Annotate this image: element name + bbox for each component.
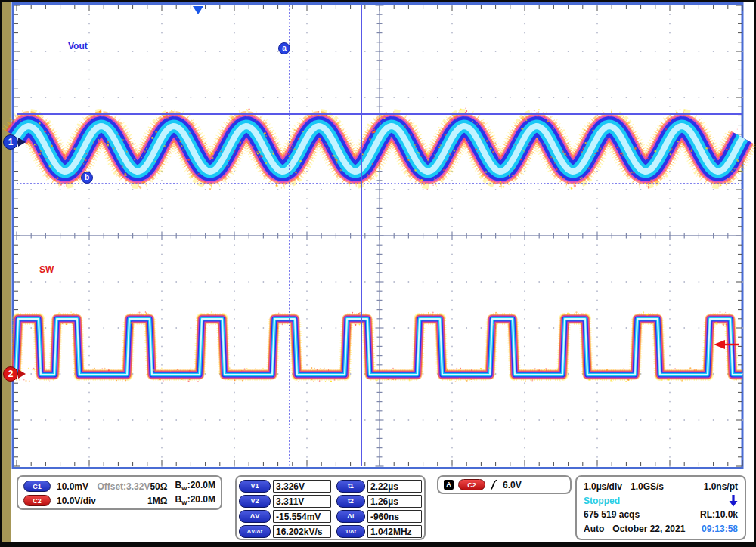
channel-settings-box[interactable]: C1 10.0mV Offset:3.32V 50Ω BW:20.0M C2 1…: [17, 475, 222, 510]
cursor-a-handle[interactable]: a: [278, 42, 290, 54]
measure-row-dv-dt: ΔV -15.554mV Δt -960ns: [239, 509, 422, 523]
resolution-value: 1.0ns/pt: [704, 481, 738, 492]
ch2-bandwidth: BW:20.0M: [175, 494, 215, 506]
ch1-settings-row[interactable]: C1 10.0mV Offset:3.32V 50Ω BW:20.0M: [23, 479, 215, 493]
ch1-marker-arrow-icon: [18, 138, 26, 147]
dv-badge: ΔV: [239, 510, 271, 523]
rising-edge-icon: [490, 479, 498, 490]
acquisition-status: Stopped: [584, 496, 620, 506]
ch1-scale: 10.0mV: [57, 481, 97, 492]
v1-value: 3.326V: [273, 480, 331, 493]
ch1-badge[interactable]: C1: [23, 481, 51, 492]
dv-value: -15.554mV: [273, 510, 331, 523]
scroll-down-arrow-icon[interactable]: [729, 495, 738, 507]
ch1-marker-bubble[interactable]: 1: [3, 134, 18, 150]
trigger-level-arrow-icon[interactable]: [714, 340, 725, 349]
trigger-level-value: 6.0V: [503, 480, 522, 490]
trigger-a-badge: A: [444, 480, 454, 490]
trigger-mode: Auto: [584, 524, 604, 534]
v2-value: 3.311V: [273, 495, 331, 508]
ch1-termination: 50Ω: [150, 481, 167, 492]
trigger-position-marker-icon[interactable]: [193, 6, 203, 14]
inv-dt-badge: 1/Δt: [336, 525, 365, 538]
time-value: 09:13:58: [702, 524, 738, 534]
ch2-badge[interactable]: C2: [23, 495, 51, 506]
status-row: Stopped: [584, 494, 738, 508]
ch1-offset: Offset:3.32V: [97, 481, 150, 492]
ch2-marker-bubble[interactable]: 2: [3, 366, 18, 382]
t1-value: 2.22µs: [367, 480, 422, 493]
graticule-display: [0, 0, 756, 547]
cursor-readout-box[interactable]: V1 3.326V t1 2.22µs V2 3.311V t2 1.26µs …: [235, 475, 426, 540]
sample-rate-value: 1.0GS/s: [631, 481, 664, 492]
ch2-settings-row[interactable]: C2 10.0V/div 1MΩ BW:20.0M: [23, 493, 215, 508]
dt-value: -960ns: [367, 510, 422, 523]
ch2-scale: 10.0V/div: [57, 496, 147, 506]
trigger-settings-box[interactable]: A C2 6.0V: [437, 475, 572, 494]
ch2-position-marker[interactable]: 2: [3, 366, 33, 382]
v1-badge: V1: [239, 480, 271, 493]
ch1-label: Vout: [68, 41, 88, 51]
timebase-value: 1.0µs/div: [584, 481, 622, 492]
inv-dt-value: 1.042MHz: [367, 525, 422, 538]
timebase-row: 1.0µs/div 1.0GS/s 1.0ns/pt: [584, 480, 738, 493]
oscilloscope-screen: { "labels": { "ch1": "Vout", "ch2": "SW"…: [0, 0, 756, 547]
measure-row-v1-t1: V1 3.326V t1 2.22µs: [239, 479, 422, 493]
t2-badge: t2: [336, 495, 365, 508]
dt-badge: Δt: [336, 510, 365, 523]
v2-badge: V2: [239, 495, 271, 508]
datetime-row: Auto October 22, 2021 09:13:58: [584, 522, 738, 536]
t2-value: 1.26µs: [367, 495, 422, 508]
cursor-b-handle[interactable]: b: [81, 172, 93, 184]
record-length: RL:10.0k: [700, 509, 738, 520]
dvdt-value: 16.202kV/s: [273, 525, 331, 538]
graticule-grid: [13, 4, 743, 468]
horizontal-acquisition-box[interactable]: 1.0µs/div 1.0GS/s 1.0ns/pt Stopped 675 5…: [575, 475, 746, 540]
ch1-bandwidth: BW:20.0M: [175, 480, 215, 492]
measure-row-slope-freq: ΔV/Δt 16.202kV/s 1/Δt 1.042MHz: [239, 524, 422, 538]
ch2-label: SW: [39, 264, 54, 275]
ch1-position-marker[interactable]: 1: [3, 134, 33, 150]
measure-row-v2-t2: V2 3.311V t2 1.26µs: [239, 494, 422, 508]
ch2-marker-arrow-icon: [18, 369, 26, 379]
dvdt-badge: ΔV/Δt: [239, 525, 271, 538]
t1-badge: t1: [336, 480, 365, 493]
acquisition-count: 675 519 acqs: [584, 509, 640, 520]
ch2-termination: 1MΩ: [147, 496, 167, 506]
acquisitions-row: 675 519 acqs RL:10.0k: [584, 508, 738, 521]
date-value: October 22, 2021: [612, 524, 685, 534]
trigger-source-badge[interactable]: C2: [458, 479, 485, 490]
